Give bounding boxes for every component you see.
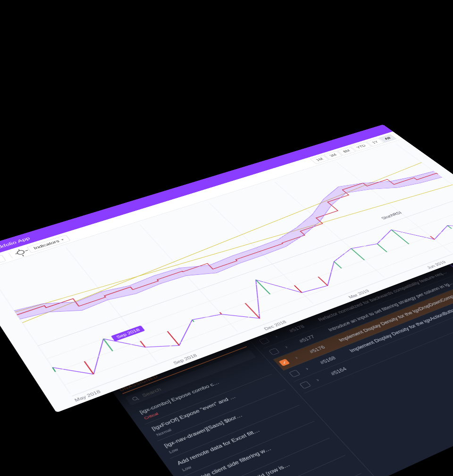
chevron-down-icon: ▾ <box>60 238 65 241</box>
svg-line-26 <box>318 277 327 286</box>
row-checkbox[interactable] <box>299 381 311 389</box>
svg-line-29 <box>377 244 387 252</box>
svg-line-32 <box>447 226 452 229</box>
search-icon <box>130 395 140 402</box>
svg-line-1 <box>137 399 139 400</box>
svg-line-22 <box>220 312 222 314</box>
svg-line-28 <box>351 248 364 260</box>
svg-line-17 <box>84 361 94 374</box>
row-checkbox[interactable] <box>289 370 301 377</box>
svg-line-21 <box>192 320 194 322</box>
svg-line-2 <box>0 272 70 394</box>
row-checkbox[interactable] <box>259 338 270 345</box>
svg-point-0 <box>132 397 138 401</box>
row-checkbox[interactable] <box>268 348 280 355</box>
svg-line-8 <box>396 144 453 229</box>
row-checkbox[interactable] <box>278 359 290 366</box>
svg-line-23 <box>245 303 260 318</box>
svg-line-27 <box>334 262 342 268</box>
svg-line-20 <box>168 332 179 346</box>
toolbar-separator <box>8 253 13 258</box>
gear-icon[interactable] <box>16 249 25 255</box>
